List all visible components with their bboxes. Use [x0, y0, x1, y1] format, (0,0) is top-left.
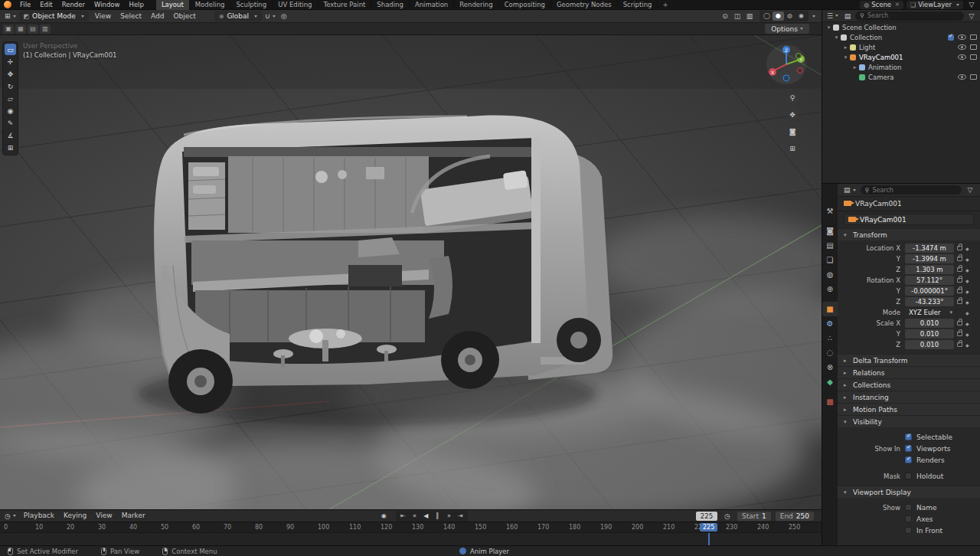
topbar-menu-item[interactable]: Window: [90, 0, 125, 10]
expand-arrow-icon[interactable]: ▸: [851, 64, 858, 70]
tool-button[interactable]: ✥: [5, 68, 16, 80]
blender-logo-icon[interactable]: [4, 1, 11, 8]
properties-tab[interactable]: ◍: [822, 267, 838, 282]
topbar-menu-item[interactable]: Render: [57, 0, 90, 10]
unlink-scene-icon[interactable]: ✕: [895, 2, 900, 8]
transform-panel-header[interactable]: ▾ Transform: [838, 228, 980, 240]
tool-settings-toggle[interactable]: ▦: [15, 25, 26, 34]
topbar-menu-item[interactable]: Help: [124, 0, 148, 10]
properties-tab[interactable]: ■: [822, 302, 838, 316]
timeline-menu-item[interactable]: View: [91, 511, 116, 521]
panel-header[interactable]: ▸ Collections: [838, 378, 980, 391]
properties-tab[interactable]: ⚒: [822, 204, 838, 218]
keyframe-decorator-icon[interactable]: ◆: [965, 267, 969, 273]
viewport-nav-button[interactable]: ⚲: [786, 92, 799, 104]
panel-header[interactable]: ▸ Relations: [838, 366, 980, 378]
playback-button[interactable]: ‖: [432, 511, 443, 521]
topbar-menu-item[interactable]: File: [15, 0, 35, 10]
tool-button[interactable]: ✛: [5, 56, 16, 67]
keyframe-decorator-icon[interactable]: ◆: [965, 257, 969, 262]
proportional-editing-icon[interactable]: ◎: [279, 11, 289, 21]
lock-icon[interactable]: [957, 321, 962, 325]
preview-range-clock-icon[interactable]: ◷: [722, 511, 733, 521]
tool-button[interactable]: ◉: [5, 105, 16, 116]
shading-mode-button[interactable]: ◯: [761, 11, 773, 21]
current-frame-field[interactable]: 225: [696, 512, 717, 521]
properties-tab[interactable]: ▤: [822, 238, 838, 253]
number-field[interactable]: 0.010: [905, 319, 954, 328]
properties-tab[interactable]: ⊕: [822, 282, 838, 296]
properties-tab[interactable]: ⚙: [822, 316, 838, 331]
timeline-menu-item[interactable]: Keying: [59, 511, 91, 521]
viewport-nav-button[interactable]: ✥: [786, 109, 799, 121]
properties-tab[interactable]: ◆: [822, 374, 838, 389]
workspace-tab[interactable]: Animation: [410, 0, 454, 10]
playback-button[interactable]: ⇥: [455, 511, 466, 521]
number-field[interactable]: 57.112°: [905, 276, 954, 285]
disable-in-viewports-icon[interactable]: [970, 54, 977, 60]
editor-type-timeline-icon[interactable]: ◷: [3, 511, 18, 521]
checkbox[interactable]: [905, 445, 912, 452]
viewport-menu-item[interactable]: View: [90, 11, 116, 21]
keyframe-decorator-icon[interactable]: ◆: [965, 332, 969, 337]
properties-tab[interactable]: ∴: [822, 331, 838, 345]
workspace-tab[interactable]: Compositing: [499, 0, 551, 10]
expand-arrow-icon[interactable]: ▸: [842, 44, 849, 51]
checkbox[interactable]: [905, 456, 912, 463]
end-frame-field[interactable]: End 250: [776, 512, 814, 521]
viewport-nav-button[interactable]: ⊞: [786, 142, 799, 155]
auto-keying-toggle[interactable]: ◉: [378, 511, 390, 521]
keyframe-decorator-icon[interactable]: ◆: [965, 321, 969, 326]
playback-button[interactable]: »: [443, 511, 455, 521]
number-field[interactable]: 0.010: [905, 329, 954, 339]
number-field[interactable]: -1.3474 m: [905, 244, 954, 253]
viewport-display-panel-header[interactable]: ▾ Viewport Display: [838, 486, 980, 498]
timeline-menu-item[interactable]: Marker: [117, 511, 150, 521]
viewport-menu-item[interactable]: Select: [116, 11, 146, 21]
navigation-gizmo[interactable]: Z Y X: [765, 43, 808, 86]
workspace-tab[interactable]: Modeling: [190, 0, 231, 10]
workspace-tab[interactable]: Rendering: [454, 0, 498, 10]
editor-type-viewport-icon[interactable]: ⊞: [3, 11, 18, 21]
outliner-row[interactable]: ▸ Animation: [822, 62, 980, 72]
keyframe-decorator-icon[interactable]: ◆: [965, 310, 969, 316]
scene-selector[interactable]: ◍ Scene ✕: [860, 1, 903, 9]
hide-in-viewport-eye-icon[interactable]: [958, 74, 966, 80]
outliner-search-input[interactable]: ⚲ Search: [855, 11, 964, 21]
outliner-row[interactable]: Camera: [822, 72, 980, 82]
editor-type-properties-icon[interactable]: ▤: [842, 185, 858, 195]
shading-mode-button[interactable]: ◉: [795, 11, 807, 21]
properties-tab[interactable]: ◙: [822, 224, 838, 238]
number-field[interactable]: -0.000001°: [905, 286, 954, 296]
number-field[interactable]: 1.303 m: [905, 265, 954, 274]
workspace-tab[interactable]: Shading: [371, 0, 410, 10]
expand-arrow-icon[interactable]: ▾: [833, 34, 840, 41]
number-field[interactable]: XYZ Euler: [905, 308, 954, 317]
visibility-panel-header[interactable]: ▾ Visibility: [838, 415, 980, 427]
properties-tab[interactable]: ▩: [822, 394, 838, 409]
checkbox[interactable]: [905, 515, 912, 522]
lock-icon[interactable]: [957, 289, 962, 293]
hide-in-viewport-eye-icon[interactable]: [958, 44, 966, 50]
tool-button[interactable]: ▱: [5, 93, 16, 104]
workspace-tab[interactable]: Scripting: [618, 0, 658, 10]
chevron-down-icon[interactable]: [812, 15, 815, 18]
playback-button[interactable]: ◀: [420, 511, 432, 521]
editor-type-outliner-icon[interactable]: ☰: [825, 11, 840, 21]
add-workspace-button[interactable]: +: [658, 1, 672, 8]
transform-orientation-dropdown[interactable]: ⊕ Global: [214, 11, 262, 21]
hide-in-viewport-eye-icon[interactable]: [958, 54, 966, 60]
number-field[interactable]: -43.233°: [905, 297, 954, 306]
expand-arrow-icon[interactable]: ▾: [825, 25, 832, 31]
tool-button[interactable]: ⊞: [5, 142, 16, 153]
checkbox[interactable]: [905, 473, 912, 479]
timeline-ruler[interactable]: 0102030405060708090100110120130140150160…: [0, 522, 822, 532]
disable-in-viewports-icon[interactable]: [970, 74, 977, 80]
workspace-tab[interactable]: Geometry Nodes: [551, 0, 618, 10]
viewport-toggle-icon[interactable]: ⊙: [720, 11, 730, 21]
timeline-menu-item[interactable]: Playback: [19, 511, 59, 521]
workspace-tab[interactable]: UV Editing: [273, 0, 318, 10]
panel-header[interactable]: ▸ Instancing: [838, 391, 980, 403]
number-field[interactable]: -1.3994 m: [905, 254, 954, 263]
topbar-menu-item[interactable]: Edit: [35, 0, 57, 10]
